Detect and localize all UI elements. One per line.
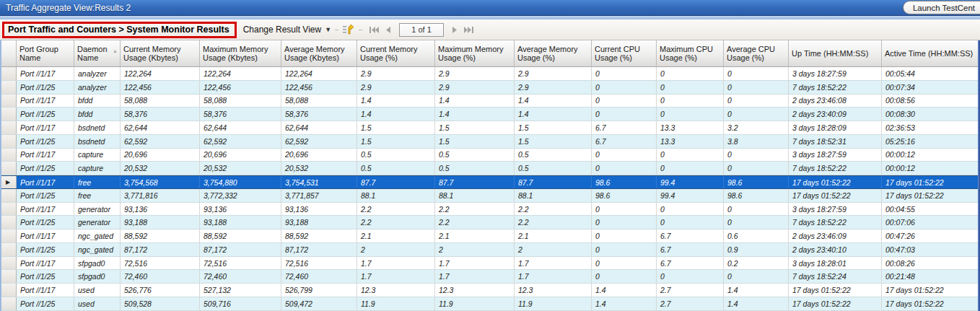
cell[interactable]: 0 (592, 162, 657, 175)
cell[interactable]: 7 days 18:52:22 (789, 216, 882, 229)
table-row[interactable]: Port //1/25sfpgad072,46072,46072,4601.71… (0, 270, 980, 284)
cell[interactable]: 2 days 23:46:09 (789, 229, 882, 242)
cell[interactable]: 88,592 (200, 229, 281, 242)
table-row[interactable]: Port //1/17capture20,69620,69620,6960.50… (0, 149, 980, 162)
table-row[interactable]: Port //1/17bfdd58,08858,08858,0881.41.41… (0, 95, 980, 108)
cell[interactable]: 17 days 01:52:22 (789, 189, 882, 202)
cell[interactable]: 7 days 18:52:22 (789, 162, 882, 175)
cell[interactable]: 87,172 (200, 243, 281, 256)
cell[interactable]: 122,264 (121, 67, 200, 80)
cell[interactable]: 2.9 (435, 67, 515, 80)
cell[interactable]: Port //1/17 (17, 203, 74, 216)
cell[interactable]: 2.9 (357, 67, 435, 80)
cell[interactable]: 1.4 (435, 95, 515, 108)
previous-page-button[interactable] (385, 26, 391, 34)
cell[interactable]: 6.7 (657, 229, 724, 242)
column-header[interactable]: Maximum CPU Usage (%) (657, 40, 724, 67)
cell[interactable]: 2 (357, 243, 435, 256)
cell[interactable]: sfpgad0 (74, 257, 121, 270)
cell[interactable]: bsdnetd (74, 135, 121, 148)
cell[interactable]: 11.9 (435, 297, 515, 310)
cell[interactable]: 3.2 (724, 121, 789, 134)
cell[interactable]: 7 days 18:52:22 (789, 81, 882, 94)
cell[interactable]: Port //1/17 (17, 149, 74, 162)
cell[interactable]: 2.9 (435, 81, 515, 94)
cell[interactable]: 98.6 (724, 176, 789, 188)
cell[interactable]: 72,460 (121, 270, 200, 283)
cell[interactable]: 13.3 (657, 121, 724, 134)
cell[interactable]: 1.7 (357, 270, 435, 283)
cell[interactable]: 72,460 (281, 270, 357, 283)
row-selector[interactable] (0, 67, 17, 80)
cell[interactable]: 62,644 (200, 121, 281, 134)
cell[interactable]: 00:47:03 (882, 243, 980, 256)
cell[interactable]: 62,644 (121, 121, 200, 134)
cell[interactable]: 0 (592, 108, 657, 121)
column-header[interactable]: Maximum Memory Usage (%) (435, 40, 515, 67)
cell[interactable]: ngc_gated (74, 243, 121, 256)
cell[interactable]: 0.5 (357, 149, 435, 162)
table-row[interactable]: ▶Port //1/17free3,754,5683,754,8803,754,… (0, 175, 980, 189)
table-row[interactable]: Port //1/17ngc_gated88,59288,59288,5922.… (0, 229, 980, 243)
cell[interactable]: 3,754,531 (281, 176, 357, 188)
cell[interactable]: 7 days 18:52:31 (789, 135, 882, 148)
cell[interactable]: 3,771,857 (281, 189, 357, 202)
cell[interactable]: 3,771,816 (121, 189, 200, 202)
cell[interactable]: 0 (657, 216, 724, 229)
cell[interactable]: 3 days 18:28:01 (789, 257, 882, 270)
cell[interactable]: 0 (724, 216, 789, 229)
cell[interactable]: Port //1/17 (17, 257, 74, 270)
cell[interactable]: 0 (592, 95, 657, 108)
cell[interactable]: bsdnetd (74, 121, 121, 134)
cell[interactable]: free (74, 176, 121, 188)
table-row[interactable]: Port //1/25capture20,53220,53220,5320.50… (0, 162, 980, 175)
cell[interactable]: 93,188 (281, 216, 357, 229)
cell[interactable]: bfdd (74, 108, 121, 121)
cell[interactable]: 58,376 (121, 108, 200, 121)
cell[interactable]: 12.3 (515, 284, 592, 297)
cell[interactable]: Port //1/17 (17, 121, 74, 134)
cell[interactable]: 122,456 (121, 81, 200, 94)
cell[interactable]: capture (74, 149, 121, 162)
cell[interactable]: 12.3 (357, 284, 435, 297)
column-header[interactable]: Active Time (HH:MM:SS) (882, 40, 980, 67)
cell[interactable]: 1.4 (592, 284, 657, 297)
cell[interactable]: 3,754,568 (121, 176, 200, 188)
column-header[interactable]: Up Time (HH:MM:SS) (789, 40, 882, 67)
cell[interactable]: 20,532 (281, 162, 357, 175)
cell[interactable]: 1.4 (515, 95, 592, 108)
cell[interactable]: 3 days 18:27:59 (789, 203, 882, 216)
column-header[interactable]: Maximum Memory Usage (Kbytes) (200, 40, 281, 67)
cell[interactable]: 88,592 (281, 229, 357, 242)
cell[interactable]: generator (74, 203, 121, 216)
change-result-view-dropdown[interactable]: Change Result View ▼ (243, 25, 331, 35)
cell[interactable]: 0.5 (435, 162, 515, 175)
cell[interactable]: 0 (657, 149, 724, 162)
row-selector[interactable] (0, 243, 17, 256)
cell[interactable]: 0.5 (515, 149, 592, 162)
cell[interactable]: Port //1/25 (17, 216, 74, 229)
cell[interactable]: 87.7 (435, 176, 515, 188)
cell[interactable]: 0 (592, 149, 657, 162)
launch-testcenter-button[interactable]: Launch TestCent (903, 1, 980, 14)
cell[interactable]: 62,592 (281, 135, 357, 148)
row-selector[interactable] (0, 189, 17, 202)
cell[interactable]: 2.1 (435, 229, 515, 242)
cell[interactable]: 13.3 (657, 135, 724, 148)
cell[interactable]: 122,456 (281, 81, 357, 94)
table-row[interactable]: Port //1/25bsdnetd62,59262,59262,5921.51… (0, 135, 980, 149)
cell[interactable]: 1.5 (357, 135, 435, 148)
row-selector[interactable] (0, 203, 17, 216)
cell[interactable]: 2.2 (357, 216, 435, 229)
cell[interactable]: 1.7 (515, 270, 592, 283)
table-row[interactable]: Port //1/25free3,771,8163,772,3323,771,8… (0, 189, 980, 203)
cell[interactable]: 2 (515, 243, 592, 256)
cell[interactable]: 0 (592, 67, 657, 80)
cell[interactable]: 87,172 (121, 243, 200, 256)
cell[interactable]: analyzer (74, 81, 121, 94)
cell[interactable]: 122,264 (200, 67, 281, 80)
cell[interactable]: 0 (724, 162, 789, 175)
cell[interactable]: 87.7 (515, 176, 592, 188)
cell[interactable]: 62,592 (200, 135, 281, 148)
cell[interactable]: 2.2 (435, 216, 515, 229)
